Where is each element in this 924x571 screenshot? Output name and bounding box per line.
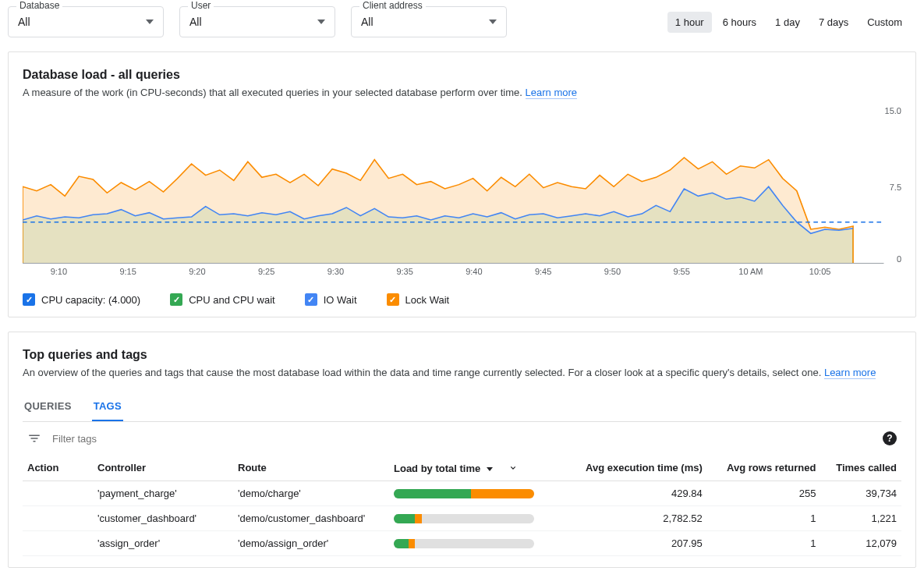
cell-times-called: 1,221 xyxy=(820,506,901,531)
x-tick-label: 9:30 xyxy=(301,267,370,276)
filter-tags-input[interactable] xyxy=(51,432,873,445)
checkbox-icon: ✓ xyxy=(387,293,399,306)
cell-avg-rows: 255 xyxy=(707,481,821,506)
x-tick-label: 9:35 xyxy=(370,267,440,276)
x-tick-label: 9:55 xyxy=(647,267,717,276)
col-avg-exec[interactable]: Avg execution time (ms) xyxy=(561,455,706,481)
x-tick-label: 10 AM xyxy=(717,267,786,276)
top-queries-card: Top queries and tags An overview of the … xyxy=(8,332,916,568)
checkbox-icon: ✓ xyxy=(170,293,182,306)
time-range-option[interactable]: 6 hours xyxy=(715,12,764,33)
cell-avg-exec: 2,782.52 xyxy=(561,506,706,531)
y-tick-label: 7.5 xyxy=(890,183,901,192)
col-route[interactable]: Route xyxy=(233,455,389,481)
y-tick-label: 15.0 xyxy=(885,106,901,115)
cell-controller: 'assign_order' xyxy=(93,531,233,556)
x-tick-label: 9:50 xyxy=(578,267,647,276)
col-action[interactable]: Action xyxy=(23,455,93,481)
cell-avg-exec: 207.95 xyxy=(561,531,706,556)
y-tick-label: 0 xyxy=(897,254,901,264)
chevron-down-icon xyxy=(317,20,325,24)
x-tick-label: 9:40 xyxy=(440,267,509,276)
database-load-card: Database load - all queries A measure of… xyxy=(8,51,916,317)
table-row[interactable]: 'payment_charge' 'demo/charge' 429.84 25… xyxy=(23,481,901,506)
tags-table: Action Controller Route Load by total ti… xyxy=(23,455,901,556)
database-load-title: Database load - all queries xyxy=(23,68,901,82)
time-range-option[interactable]: 7 days xyxy=(811,12,856,33)
legend-item[interactable]: ✓CPU and CPU wait xyxy=(170,293,275,306)
learn-more-link[interactable]: Learn more xyxy=(824,367,876,379)
cell-route: 'demo/charge' xyxy=(233,481,389,506)
tab-tags[interactable]: TAGS xyxy=(92,392,123,421)
help-icon[interactable]: ? xyxy=(883,431,897,445)
x-tick-label: 9:20 xyxy=(163,267,232,276)
user-select-value: All xyxy=(189,16,317,28)
cell-avg-rows: 1 xyxy=(707,506,821,531)
top-queries-title: Top queries and tags xyxy=(23,348,901,362)
database-load-desc: A measure of the work (in CPU-seconds) t… xyxy=(23,87,901,98)
time-range-selector: 1 hour6 hours1 day7 daysCustom xyxy=(667,12,916,33)
col-load[interactable]: Load by total time xyxy=(389,455,561,481)
checkbox-icon: ✓ xyxy=(305,293,317,306)
x-axis: 9:109:159:209:259:309:359:409:459:509:55… xyxy=(23,267,901,276)
table-row[interactable]: 'customer_dashboard' 'demo/customer_dash… xyxy=(23,506,901,531)
x-tick-label: 10:05 xyxy=(785,267,855,276)
legend-item[interactable]: ✓IO Wait xyxy=(305,293,357,306)
table-row[interactable]: 'assign_order' 'demo/assign_order' 207.9… xyxy=(23,531,901,556)
tabs: QUERIES TAGS xyxy=(23,392,901,422)
cell-avg-exec: 429.84 xyxy=(561,481,706,506)
col-avg-rows[interactable]: Avg rows returned xyxy=(707,455,821,481)
cell-times-called: 39,734 xyxy=(820,481,901,506)
cell-load xyxy=(389,531,561,556)
chart-legend: ✓CPU capacity: (4.000)✓CPU and CPU wait✓… xyxy=(23,293,901,306)
time-range-option[interactable]: 1 hour xyxy=(667,12,712,33)
client-address-select-label: Client address xyxy=(359,0,426,11)
database-load-chart: 15.0 7.5 0 xyxy=(23,108,901,264)
x-tick-label: 9:15 xyxy=(94,267,163,276)
x-tick-label: 9:45 xyxy=(508,267,578,276)
col-controller[interactable]: Controller xyxy=(93,455,233,481)
cell-load xyxy=(389,481,561,506)
x-tick-label: 9:10 xyxy=(24,267,94,276)
cell-avg-rows: 1 xyxy=(707,531,821,556)
legend-item[interactable]: ✓CPU capacity: (4.000) xyxy=(23,293,140,306)
client-address-select-value: All xyxy=(361,16,489,28)
x-tick-label: 9:25 xyxy=(232,267,301,276)
cell-controller: 'customer_dashboard' xyxy=(93,506,233,531)
chevron-down-icon xyxy=(489,20,497,24)
time-range-custom[interactable]: Custom xyxy=(859,12,916,33)
learn-more-link[interactable]: Learn more xyxy=(526,87,577,99)
database-select-label: Database xyxy=(16,0,62,11)
cell-route: 'demo/customer_dashboard' xyxy=(233,506,389,531)
checkbox-icon: ✓ xyxy=(23,293,35,306)
cell-controller: 'payment_charge' xyxy=(93,481,233,506)
database-select-value: All xyxy=(18,16,146,28)
database-select[interactable]: Database All xyxy=(8,6,164,37)
user-select[interactable]: User All xyxy=(179,6,335,37)
col-times-called[interactable]: Times called xyxy=(820,455,901,481)
cell-times-called: 12,079 xyxy=(820,531,901,556)
sort-desc-icon xyxy=(487,467,493,471)
legend-item[interactable]: ✓Lock Wait xyxy=(387,293,450,306)
time-range-option[interactable]: 1 day xyxy=(767,12,808,33)
filter-icon xyxy=(27,431,41,445)
user-select-label: User xyxy=(188,0,214,11)
client-address-select[interactable]: Client address All xyxy=(351,6,507,37)
cell-route: 'demo/assign_order' xyxy=(233,531,389,556)
chevron-down-icon xyxy=(146,20,154,24)
top-queries-desc: An overview of the queries and tags that… xyxy=(23,367,901,378)
arrow-down-icon xyxy=(508,461,517,470)
cell-load xyxy=(389,506,561,531)
tab-queries[interactable]: QUERIES xyxy=(23,392,73,421)
